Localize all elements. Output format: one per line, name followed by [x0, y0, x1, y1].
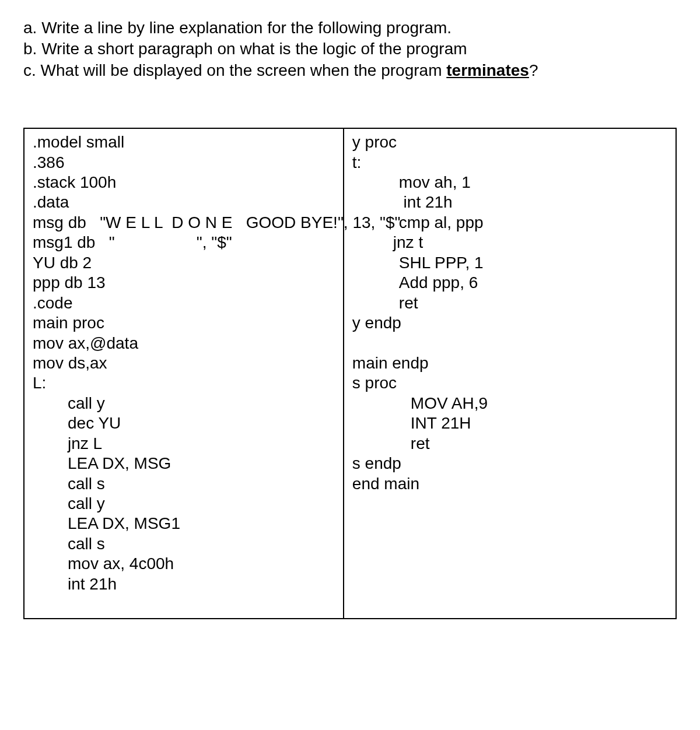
code-line: ret — [352, 434, 667, 454]
code-line: call s — [33, 534, 335, 554]
code-line: t: — [352, 153, 667, 173]
code-line: L: — [33, 373, 335, 393]
question-a: a. Write a line by line explanation for … — [23, 17, 677, 38]
questions-block: a. Write a line by line explanation for … — [23, 17, 677, 81]
code-line: .386 — [33, 153, 335, 173]
code-line: main endp — [352, 353, 667, 373]
question-c-prefix: c. What will be displayed on the screen … — [23, 61, 446, 79]
code-line: LEA DX, MSG1 — [33, 514, 335, 534]
code-line: int 21h — [33, 574, 335, 594]
code-line — [33, 594, 335, 614]
code-line: end main — [352, 474, 667, 494]
code-left-cell: .model small.386.stack 100h.datamsg db "… — [24, 128, 344, 619]
code-line: ppp db 13 — [33, 273, 335, 293]
code-line: mov ds,ax — [33, 353, 335, 373]
code-line: SHL PPP, 1 — [352, 253, 667, 273]
question-b: b. Write a short paragraph on what is th… — [23, 38, 677, 59]
code-line: s endp — [352, 454, 667, 473]
code-line: YU db 2 — [33, 253, 335, 273]
code-line: cmp al, ppp — [352, 213, 667, 233]
question-c-suffix: ? — [529, 61, 538, 79]
code-line: mov ax, 4c00h — [33, 554, 335, 574]
code-line: Add ppp, 6 — [352, 273, 667, 293]
code-line: MOV AH,9 — [352, 394, 667, 413]
code-line: .model small — [33, 132, 335, 152]
code-line: jnz t — [352, 233, 667, 252]
code-line: msg db "W E L L D O N E GOOD BYE!", 13, … — [33, 213, 335, 233]
code-line: ret — [352, 293, 667, 313]
code-line: .data — [33, 192, 335, 212]
code-line: mov ax,@data — [33, 334, 335, 353]
code-line: msg1 db " ", "$" — [33, 233, 335, 252]
code-line: .stack 100h — [33, 173, 335, 192]
code-line: s proc — [352, 373, 667, 393]
code-line: jnz L — [33, 434, 335, 454]
code-line: .code — [33, 293, 335, 313]
code-line: dec YU — [33, 413, 335, 433]
code-line — [352, 334, 667, 353]
code-line: LEA DX, MSG — [33, 454, 335, 473]
code-right-cell: y proct:mov ah, 1 int 21hcmp al, pppjnz … — [344, 128, 676, 619]
question-c-underlined: terminates — [446, 61, 529, 79]
code-line: main proc — [33, 313, 335, 333]
code-line: call y — [33, 494, 335, 514]
code-line: y endp — [352, 313, 667, 333]
code-line: call y — [33, 394, 335, 413]
code-line: y proc — [352, 132, 667, 152]
code-line: INT 21H — [352, 413, 667, 433]
code-line: call s — [33, 474, 335, 494]
question-c: c. What will be displayed on the screen … — [23, 60, 677, 81]
code-table: .model small.386.stack 100h.datamsg db "… — [23, 128, 677, 619]
code-line: int 21h — [352, 192, 667, 212]
code-line: mov ah, 1 — [352, 173, 667, 192]
